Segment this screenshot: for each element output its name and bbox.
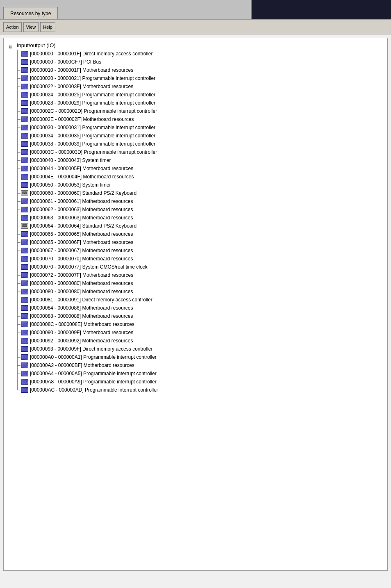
tree-item[interactable]: [00000070 - 00000077] System CMOS/real t… [7, 263, 387, 271]
top-bar: Resources by type [0, 0, 391, 20]
tree-item-label: [00000022 - 0000003F] Motherboard resour… [30, 82, 133, 91]
tree-item[interactable]: [000000A2 - 000000BF] Motherboard resour… [7, 361, 387, 369]
tree-item-label: [00000038 - 00000039] Programmable inter… [30, 140, 155, 148]
monitor-icon [8, 43, 15, 48]
tree-item[interactable]: [00000044 - 0000005F] Motherboard resour… [7, 164, 387, 173]
tree-item[interactable]: [00000065 - 0000006F] Motherboard resour… [7, 238, 387, 246]
tree-item[interactable]: ⌨[00000060 - 00000060] Standard PS/2 Key… [7, 189, 387, 197]
tree-item[interactable]: [0000002E - 0000002F] Motherboard resour… [7, 115, 387, 123]
tree-item[interactable]: [00000062 - 00000063] Motherboard resour… [7, 205, 387, 214]
chip-icon [21, 198, 28, 204]
tree-item[interactable]: [000000A4 - 000000A5] Programmable inter… [7, 369, 387, 378]
svg-rect-321 [23, 331, 27, 334]
tree-item[interactable]: [00000063 - 00000063] Motherboard resour… [7, 214, 387, 222]
tree-item[interactable]: [0000004E - 0000004F] Motherboard resour… [7, 173, 387, 181]
svg-rect-21 [23, 68, 27, 71]
chip-icon [21, 280, 28, 286]
tree-item[interactable]: [00000070 - 00000070] Motherboard resour… [7, 255, 387, 263]
tree-item[interactable]: [00000000 - 00000CF7] PCI Bus [7, 58, 387, 66]
tree-item[interactable]: [00000030 - 00000031] Programmable inter… [7, 123, 387, 132]
tree-item[interactable]: [0000003C - 0000003D] Programmable inter… [7, 148, 387, 156]
tree-item-label: [00000028 - 00000029] Programmable inter… [30, 99, 155, 107]
tree-item[interactable]: [00000040 - 00000043] System timer [7, 156, 387, 164]
tree-item[interactable]: ⌨[00000064 - 00000064] Standard PS/2 Key… [7, 222, 387, 230]
svg-rect-371 [23, 372, 27, 375]
tree-item-label: [00000070 - 00000070] Motherboard resour… [30, 255, 133, 263]
tree-item[interactable]: [00000088 - 00000088] Motherboard resour… [7, 312, 387, 320]
chip-icon [21, 133, 28, 139]
tree-item-label: [00000067 - 00000067] Motherboard resour… [30, 246, 133, 255]
tree-item[interactable]: [00000081 - 00000091] Direct memory acce… [7, 296, 387, 304]
tree-item[interactable]: [00000072 - 0000007F] Motherboard resour… [7, 271, 387, 279]
tree-item[interactable]: [00000038 - 00000039] Programmable inter… [7, 140, 387, 148]
svg-rect-121 [23, 150, 27, 153]
chip-icon [21, 108, 28, 114]
tree-item[interactable]: [00000084 - 00000086] Motherboard resour… [7, 304, 387, 312]
svg-rect-381 [23, 380, 27, 383]
tree-item[interactable]: [00000093 - 0000009F] Direct memory acce… [7, 345, 387, 353]
tree-item-label: [0000002C - 0000002D] Programmable inter… [30, 107, 157, 115]
tree-item[interactable]: [00000092 - 00000092] Motherboard resour… [7, 337, 387, 345]
tree-item[interactable]: [00000065 - 00000065] Motherboard resour… [7, 230, 387, 238]
action-button[interactable]: Action [3, 22, 22, 32]
tree-item[interactable]: [000000A8 - 000000A9] Programmable inter… [7, 378, 387, 386]
chip-icon [21, 379, 28, 385]
svg-rect-81 [23, 118, 27, 121]
svg-rect-291 [23, 306, 27, 309]
chip-icon [21, 297, 28, 303]
tree-item-label: [00000040 - 00000043] System timer [30, 156, 111, 164]
svg-rect-111 [23, 142, 27, 145]
svg-rect-351 [23, 356, 27, 358]
chip-icon [21, 92, 28, 98]
tree-item[interactable]: [000000AC - 000000AD] Programmable inter… [7, 386, 387, 394]
tree-root-item[interactable]: Input/output (IO) [7, 41, 387, 50]
keyboard-icon: ⌨ [21, 190, 28, 196]
tree-item[interactable]: [00000090 - 0000009F] Motherboard resour… [7, 328, 387, 337]
tree-item[interactable]: [00000080 - 00000080] Motherboard resour… [7, 287, 387, 296]
tree-children: [00000000 - 0000001F] Direct memory acce… [7, 50, 387, 394]
svg-rect-221 [23, 249, 27, 252]
tab-resources-by-type[interactable]: Resources by type [3, 7, 58, 19]
tree-item[interactable]: [00000024 - 00000025] Programmable inter… [7, 91, 387, 99]
tree-item[interactable]: [00000061 - 00000061] Motherboard resour… [7, 197, 387, 205]
svg-rect-261 [23, 282, 27, 285]
tree-item-label: [00000065 - 00000065] Motherboard resour… [30, 230, 133, 238]
svg-rect-281 [23, 298, 27, 301]
app-window: Resources by type Action View Help Input… [0, 0, 391, 571]
tree-item[interactable]: [00000020 - 00000021] Programmable inter… [7, 74, 387, 82]
tree-item[interactable]: [00000010 - 0000001F] Motherboard resour… [7, 66, 387, 74]
tree-item[interactable]: [0000002C - 0000002D] Programmable inter… [7, 107, 387, 115]
tree-item-label: [00000050 - 00000053] System timer [30, 181, 111, 189]
tree-item[interactable]: [0000008C - 0000008E] Motherboard resour… [7, 320, 387, 328]
tree-item-label: [00000084 - 00000086] Motherboard resour… [30, 304, 133, 312]
chip-icon [21, 157, 28, 163]
tree-item[interactable]: [00000067 - 00000067] Motherboard resour… [7, 246, 387, 255]
tree-item-label: [0000003C - 0000003D] Programmable inter… [30, 148, 157, 156]
tree-item[interactable]: [000000A0 - 000000A1] Programmable inter… [7, 353, 387, 361]
svg-rect-151 [23, 175, 27, 178]
tree-item[interactable]: [00000080 - 00000080] Motherboard resour… [7, 279, 387, 287]
view-button[interactable]: View [23, 22, 39, 32]
chip-icon [21, 248, 28, 253]
svg-rect-71 [23, 109, 27, 112]
help-button[interactable]: Help [40, 22, 55, 32]
root-label: Input/output (IO) [17, 41, 56, 50]
tree-item-label: [0000002E - 0000002F] Motherboard resour… [30, 115, 134, 123]
tree-item[interactable]: [00000034 - 00000035] Programmable inter… [7, 132, 387, 140]
chip-icon [21, 149, 28, 155]
chip-icon [21, 67, 28, 73]
tree-item-label: [00000010 - 0000001F] Motherboard resour… [30, 66, 133, 74]
tree-item[interactable]: [00000028 - 00000029] Programmable inter… [7, 99, 387, 107]
chip-icon [21, 256, 28, 262]
tree-item-label: [00000062 - 00000063] Motherboard resour… [30, 205, 133, 214]
svg-rect-201 [23, 232, 27, 235]
chip-icon [21, 125, 28, 130]
top-bar-left: Resources by type [0, 0, 252, 19]
tree-item[interactable]: [00000022 - 0000003F] Motherboard resour… [7, 82, 387, 91]
tree-item-label: [00000030 - 00000031] Programmable inter… [30, 123, 155, 132]
tree-item[interactable]: [00000000 - 0000001F] Direct memory acce… [7, 50, 387, 58]
tree-item-label: [00000080 - 00000080] Motherboard resour… [30, 287, 133, 296]
chip-icon [21, 354, 28, 360]
svg-rect-131 [23, 159, 27, 162]
tree-item[interactable]: [00000050 - 00000053] System timer [7, 181, 387, 189]
